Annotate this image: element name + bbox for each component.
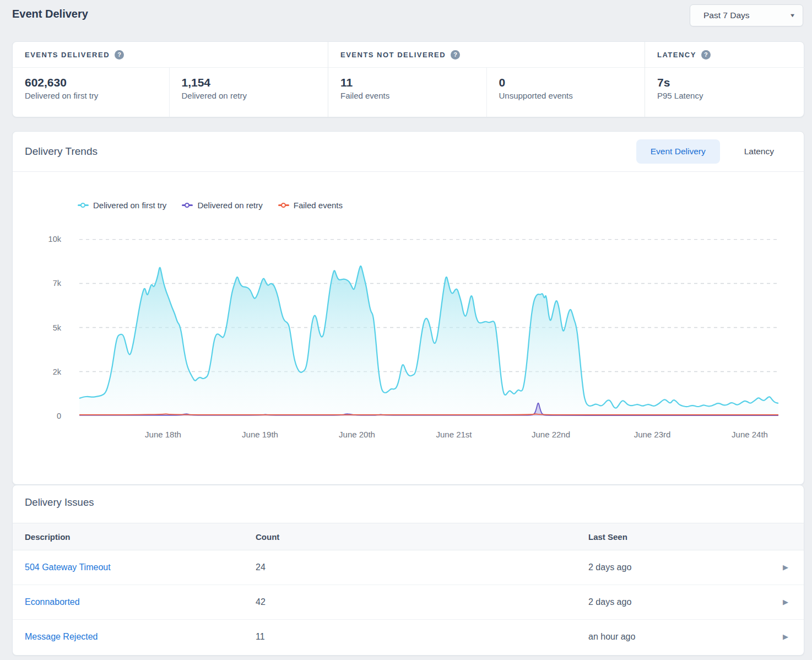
issue-link[interactable]: 504 Gateway Timeout xyxy=(25,550,111,585)
stat-cell: 11 Failed events xyxy=(328,68,487,117)
issues-title: Delivery Issues xyxy=(25,496,94,508)
chevron-down-icon: ▼ xyxy=(789,13,796,18)
page-title: Event Delivery xyxy=(12,8,88,20)
stat-value: 1,154 xyxy=(182,76,328,89)
y-axis-tick: 10k xyxy=(13,234,61,245)
table-row[interactable]: 504 Gateway Timeout 24 2 days ago ▶ xyxy=(13,550,804,585)
legend-item-retry[interactable]: Delivered on retry xyxy=(182,201,262,210)
y-axis-tick: 7k xyxy=(13,278,61,289)
date-range-value: Past 7 Days xyxy=(703,10,750,20)
summary-stats-card: EVENTS DELIVERED ? 602,630 Delivered on … xyxy=(12,41,804,117)
stat-value: 602,630 xyxy=(25,76,169,89)
stat-group-header: EVENTS DELIVERED ? xyxy=(13,42,328,68)
delivery-trends-chart[interactable] xyxy=(79,239,778,416)
x-axis-tick: June 18th xyxy=(124,430,202,439)
stat-cell: 7s P95 Latency xyxy=(645,68,805,117)
chevron-right-icon[interactable]: ▶ xyxy=(783,550,788,585)
stat-group-events-not-delivered: EVENTS NOT DELIVERED ? 11 Failed events … xyxy=(328,42,645,117)
legend-item-failed[interactable]: Failed events xyxy=(278,201,343,210)
stat-label: Delivered on first try xyxy=(25,91,169,100)
trends-header: Delivery Trends Event Delivery Latency xyxy=(13,132,804,172)
chevron-right-icon[interactable]: ▶ xyxy=(783,585,788,619)
stat-cell: 1,154 Delivered on retry xyxy=(170,68,328,117)
help-icon[interactable]: ? xyxy=(451,50,460,59)
stat-group-header: LATENCY ? xyxy=(645,42,805,68)
issues-table-header: Description Count Last Seen xyxy=(13,523,804,550)
legend-label: Failed events xyxy=(294,201,343,210)
issue-count: 24 xyxy=(256,550,266,585)
issue-link[interactable]: Message Rejected xyxy=(25,620,98,654)
stat-label: Unsupported events xyxy=(499,91,645,100)
date-range-dropdown[interactable]: Past 7 Days ▼ xyxy=(690,4,803,26)
help-icon[interactable]: ? xyxy=(115,50,124,59)
x-axis-tick: June 24th xyxy=(711,430,788,439)
column-header-count: Count xyxy=(256,523,279,551)
issue-count: 11 xyxy=(256,620,265,654)
legend-label: Delivered on first try xyxy=(93,201,166,210)
stat-group-label: EVENTS DELIVERED xyxy=(25,51,110,59)
stat-group-events-delivered: EVENTS DELIVERED ? 602,630 Delivered on … xyxy=(13,42,328,117)
stat-group-header: EVENTS NOT DELIVERED ? xyxy=(328,42,645,68)
stat-value: 11 xyxy=(340,76,486,89)
x-axis-tick: June 19th xyxy=(221,430,299,439)
tab-event-delivery[interactable]: Event Delivery xyxy=(636,139,720,164)
x-axis-tick: June 21st xyxy=(415,430,492,439)
y-axis-tick: 5k xyxy=(13,322,61,333)
issue-count: 42 xyxy=(256,585,266,619)
trends-title: Delivery Trends xyxy=(25,145,98,158)
issue-link[interactable]: Econnaborted xyxy=(25,585,80,619)
legend-line-marker-icon xyxy=(182,203,193,208)
stat-value: 0 xyxy=(499,76,645,89)
legend-item-first-try[interactable]: Delivered on first try xyxy=(78,201,166,210)
legend-label: Delivered on retry xyxy=(197,201,262,210)
stat-value: 7s xyxy=(657,76,805,89)
issues-table-body: 504 Gateway Timeout 24 2 days ago ▶ Econ… xyxy=(13,550,804,654)
delivery-issues-card: Delivery Issues Description Count Last S… xyxy=(12,485,804,656)
issue-last-seen: 2 days ago xyxy=(588,550,631,585)
stat-group-latency: LATENCY ? 7s P95 Latency xyxy=(645,42,805,117)
y-axis-tick: 0 xyxy=(13,410,61,421)
stat-label: P95 Latency xyxy=(657,91,805,100)
help-icon[interactable]: ? xyxy=(701,50,711,59)
column-header-last-seen: Last Seen xyxy=(588,523,627,551)
chart-legend: Delivered on first try Delivered on retr… xyxy=(78,201,343,210)
tab-latency[interactable]: Latency xyxy=(720,139,798,164)
column-header-description: Description xyxy=(25,523,71,551)
trends-tabs: Event Delivery Latency xyxy=(636,139,798,164)
stat-label: Delivered on retry xyxy=(182,91,328,100)
issue-last-seen: an hour ago xyxy=(588,620,635,654)
table-row[interactable]: Message Rejected 11 an hour ago ▶ xyxy=(13,620,804,654)
chevron-right-icon[interactable]: ▶ xyxy=(783,620,788,654)
stat-group-label: EVENTS NOT DELIVERED xyxy=(340,51,446,59)
stat-group-label: LATENCY xyxy=(657,51,696,59)
legend-line-marker-icon xyxy=(278,203,289,208)
delivery-trends-card: Delivery Trends Event Delivery Latency D… xyxy=(12,131,804,485)
x-axis-tick: June 23rd xyxy=(614,430,691,439)
stat-cell: 602,630 Delivered on first try xyxy=(13,68,170,117)
stat-cell: 0 Unsupported events xyxy=(487,68,645,117)
table-row[interactable]: Econnaborted 42 2 days ago ▶ xyxy=(13,585,804,620)
stat-label: Failed events xyxy=(340,91,486,100)
legend-line-marker-icon xyxy=(78,203,89,208)
x-axis-tick: June 20th xyxy=(318,430,396,439)
x-axis-tick: June 22nd xyxy=(512,430,589,439)
issue-last-seen: 2 days ago xyxy=(588,585,631,619)
y-axis-tick: 2k xyxy=(13,366,61,377)
